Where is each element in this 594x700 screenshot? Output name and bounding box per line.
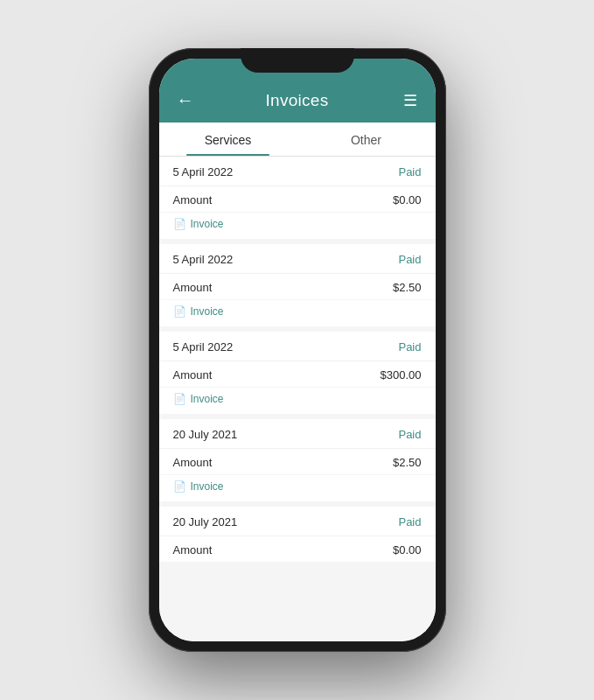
invoice-status: Paid <box>398 428 421 441</box>
invoice-item: 5 April 2022 Paid Amount $0.00 📄 Invoice <box>159 157 436 239</box>
amount-value: $300.00 <box>381 368 422 382</box>
invoice-link-row: 📄 Invoice <box>159 300 436 326</box>
invoice-status: Paid <box>398 253 421 266</box>
invoice-link[interactable]: Invoice <box>191 480 224 493</box>
invoice-status: Paid <box>398 165 421 178</box>
invoice-date: 20 July 2021 <box>173 428 238 441</box>
amount-value: $0.00 <box>393 543 422 556</box>
invoice-header-row: 5 April 2022 Paid <box>159 157 436 186</box>
document-icon: 📄 <box>173 218 186 230</box>
invoice-header-row: 5 April 2022 Paid <box>159 244 436 274</box>
tabs-bar: Services Other <box>159 122 436 157</box>
invoice-amount-row: Amount $300.00 <box>159 361 436 388</box>
invoice-link-row: 📄 Invoice <box>159 388 436 414</box>
invoice-item: 5 April 2022 Paid Amount $300.00 📄 Invoi… <box>159 332 436 414</box>
phone-screen: ← Invoices ☰ Services Other 5 April 2022… <box>159 59 436 641</box>
amount-label: Amount <box>173 281 213 294</box>
invoice-item: 20 July 2021 Paid Amount $0.00 <box>159 507 436 563</box>
amount-value: $0.00 <box>393 193 422 206</box>
back-icon: ← <box>177 90 194 110</box>
invoice-link[interactable]: Invoice <box>191 393 224 405</box>
invoice-link-row: 📄 Invoice <box>159 213 436 239</box>
amount-label: Amount <box>173 543 213 556</box>
invoice-amount-row: Amount $2.50 <box>159 274 436 300</box>
invoice-header-row: 20 July 2021 Paid <box>159 419 436 449</box>
phone-frame: ← Invoices ☰ Services Other 5 April 2022… <box>149 48 446 652</box>
menu-icon: ☰ <box>403 91 417 110</box>
amount-label: Amount <box>173 193 213 206</box>
amount-label: Amount <box>173 456 213 469</box>
menu-button[interactable]: ☰ <box>391 91 417 110</box>
invoice-date: 5 April 2022 <box>173 340 234 354</box>
invoice-header-row: 20 July 2021 Paid <box>159 507 436 536</box>
invoice-date: 5 April 2022 <box>173 253 234 266</box>
document-icon: 📄 <box>173 480 186 493</box>
invoices-list: 5 April 2022 Paid Amount $0.00 📄 Invoice… <box>159 157 436 641</box>
invoice-item: 20 July 2021 Paid Amount $2.50 📄 Invoice <box>159 419 436 501</box>
invoice-header-row: 5 April 2022 Paid <box>159 332 436 361</box>
invoice-link[interactable]: Invoice <box>191 218 224 230</box>
invoice-link[interactable]: Invoice <box>191 305 224 318</box>
invoice-link-row: 📄 Invoice <box>159 475 436 501</box>
invoice-status: Paid <box>398 515 421 528</box>
tab-services[interactable]: Services <box>159 122 297 156</box>
invoice-amount-row: Amount $2.50 <box>159 449 436 475</box>
invoice-date: 20 July 2021 <box>173 515 238 528</box>
amount-value: $2.50 <box>393 456 422 469</box>
amount-label: Amount <box>173 368 213 382</box>
page-title: Invoices <box>265 91 328 110</box>
document-icon: 📄 <box>173 305 186 318</box>
document-icon: 📄 <box>173 393 186 405</box>
invoice-status: Paid <box>398 340 421 354</box>
invoice-date: 5 April 2022 <box>173 165 234 178</box>
back-button[interactable]: ← <box>177 90 203 110</box>
invoice-amount-row: Amount $0.00 <box>159 186 436 213</box>
phone-notch <box>241 48 354 73</box>
tab-other[interactable]: Other <box>297 122 436 156</box>
invoice-item: 5 April 2022 Paid Amount $2.50 📄 Invoice <box>159 244 436 326</box>
amount-value: $2.50 <box>393 281 422 294</box>
invoice-amount-row: Amount $0.00 <box>159 536 436 563</box>
